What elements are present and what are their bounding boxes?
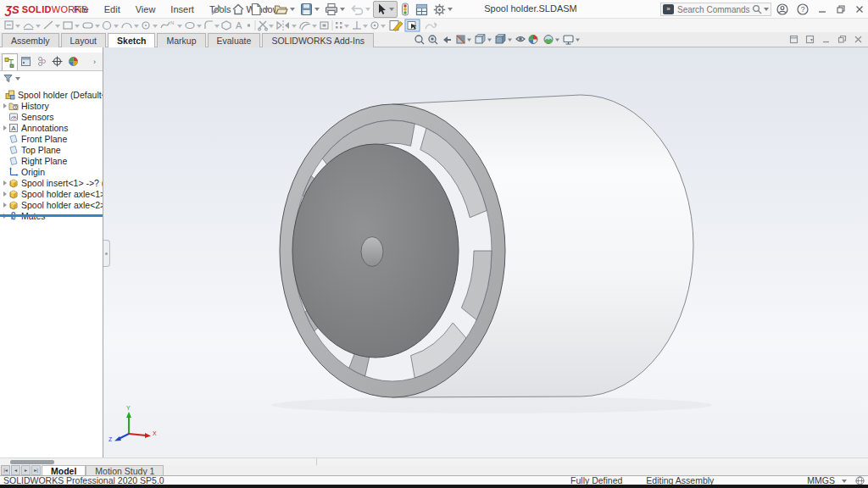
relations-icon[interactable] [353, 21, 361, 29]
exit-sketch-icon[interactable] [5, 21, 13, 29]
graphics-viewport[interactable]: Y X Z [103, 47, 868, 458]
view-orientation-icon[interactable] [476, 35, 485, 44]
undo-button[interactable] [348, 1, 373, 18]
search-commands-box[interactable]: » [660, 3, 771, 16]
spline-icon[interactable]: N [161, 20, 174, 28]
doc-close-icon[interactable] [854, 35, 863, 44]
rectangle-icon[interactable] [64, 22, 72, 29]
doc-restore-icon[interactable] [837, 35, 847, 44]
doc-new-window-icon[interactable] [789, 35, 798, 44]
tree-item-origin[interactable]: Origin [0, 166, 103, 177]
doc-minimize-icon[interactable] [821, 35, 831, 44]
pin-menu-icon[interactable] [210, 3, 224, 16]
instant2d-icon[interactable] [390, 21, 403, 31]
search-dropdown[interactable] [764, 8, 769, 11]
options-button[interactable] [431, 1, 455, 18]
tab-scroll-first-button[interactable]: |◂ [1, 465, 10, 475]
ellipse-icon[interactable] [186, 23, 194, 29]
minimize-button[interactable] [817, 4, 827, 14]
perimeter-circle-icon[interactable] [142, 22, 149, 29]
tree-item-annotations[interactable]: A Annotations [0, 122, 103, 133]
text-tool-icon[interactable]: A [236, 20, 242, 30]
expand-arrow-icon[interactable] [3, 103, 7, 108]
expand-arrow-icon[interactable] [3, 191, 7, 197]
tab-model[interactable]: Model [42, 465, 86, 475]
save-dropdown[interactable] [314, 8, 320, 11]
tab-featuremanager[interactable] [2, 53, 18, 70]
units-dropdown[interactable] [842, 480, 847, 483]
tree-item-top-plane[interactable]: Top Plane [0, 144, 103, 155]
tree-item-spool-holder-axle-1[interactable]: Spool holder axle<1> (Kno [0, 188, 103, 199]
expand-arrow-icon[interactable] [3, 202, 7, 208]
new-document-button[interactable] [248, 1, 271, 18]
view-settings-icon[interactable] [564, 36, 573, 44]
select-tool-button[interactable] [373, 1, 398, 18]
close-button[interactable] [854, 4, 865, 14]
rebuild-button[interactable] [398, 1, 413, 18]
panel-splitter-handle[interactable] [103, 240, 110, 267]
tab-evaluate[interactable]: Evaluate [208, 33, 261, 47]
tree-root-assembly[interactable]: Spool holder (Default<Display [0, 89, 103, 100]
slot-icon[interactable] [83, 23, 92, 28]
repair-sketch-icon[interactable] [371, 22, 378, 29]
apply-scene-icon[interactable] [544, 36, 553, 44]
line-icon[interactable] [44, 21, 53, 29]
display-style-icon[interactable] [496, 35, 505, 44]
expand-arrow-icon[interactable] [3, 125, 7, 130]
filter-dropdown[interactable] [15, 77, 20, 80]
tab-motion-study-1[interactable]: Motion Study 1 [86, 465, 164, 475]
tab-scroll-left-button[interactable]: ◂ [11, 465, 20, 475]
zoom-to-area-icon[interactable] [429, 36, 437, 44]
menu-view[interactable]: View [128, 0, 164, 19]
fillet-icon[interactable] [205, 21, 213, 29]
menu-file[interactable]: File [66, 0, 97, 19]
section-view-icon[interactable] [457, 36, 465, 43]
options-dropdown[interactable] [448, 8, 453, 11]
convert-icon[interactable] [320, 22, 328, 29]
zoom-to-fit-icon[interactable] [415, 36, 424, 44]
trim-icon[interactable] [259, 21, 268, 30]
point-icon[interactable] [248, 25, 250, 27]
tree-item-spool-holder-axle-2[interactable]: Spool holder axle<2> (Kno [0, 199, 103, 210]
home-button[interactable] [229, 1, 248, 18]
tab-displaymanager[interactable] [65, 53, 81, 70]
search-input[interactable] [677, 5, 752, 14]
circle-icon[interactable] [103, 22, 111, 30]
select-dropdown[interactable] [389, 8, 394, 11]
previous-view-icon[interactable] [443, 36, 451, 43]
tree-item-sensors[interactable]: Sensors [0, 111, 103, 122]
magnifier-icon[interactable] [752, 4, 762, 14]
offset-icon[interactable] [300, 22, 310, 30]
horizontal-scrollbar-thumb[interactable] [10, 460, 54, 464]
mirror-icon[interactable] [277, 20, 289, 30]
rollback-bar[interactable] [0, 214, 103, 217]
shaded-sketch-contours-button[interactable] [405, 19, 420, 31]
menu-edit[interactable]: Edit [97, 0, 128, 19]
tab-propertymanager[interactable] [18, 53, 34, 70]
tab-configurationmanager[interactable] [34, 53, 50, 70]
doc-cascade-icon[interactable] [805, 35, 815, 44]
print-button[interactable] [322, 1, 348, 18]
tab-assembly[interactable]: Assembly [2, 33, 59, 47]
tab-markup[interactable]: Markup [157, 33, 205, 47]
edit-appearance-icon[interactable] [529, 36, 537, 44]
tab-scroll-last-button[interactable]: ▸| [31, 465, 41, 475]
print-dropdown[interactable] [340, 8, 345, 11]
tab-layout[interactable]: Layout [61, 33, 107, 47]
hide-show-items-icon[interactable] [516, 37, 525, 42]
tab-sketch[interactable]: Sketch [108, 33, 155, 47]
tree-item-spool-insert[interactable]: Spool insert<1> ->? (70mm [0, 177, 103, 188]
tree-item-front-plane[interactable]: Front Plane [0, 133, 103, 144]
open-button[interactable] [271, 1, 298, 18]
save-button[interactable] [298, 1, 322, 18]
expand-arrow-icon[interactable] [3, 180, 7, 186]
smart-dimension-icon[interactable] [24, 25, 33, 30]
performance-grid-button[interactable] [413, 1, 431, 18]
polygon-icon[interactable] [222, 21, 231, 30]
pattern-icon[interactable] [336, 22, 342, 29]
restore-button[interactable] [836, 4, 846, 14]
tree-item-right-plane[interactable]: Right Plane [0, 155, 103, 166]
user-account-icon[interactable] [776, 3, 788, 15]
search-scope-icon[interactable]: » [663, 4, 674, 14]
help-icon[interactable]: ? [797, 3, 809, 15]
